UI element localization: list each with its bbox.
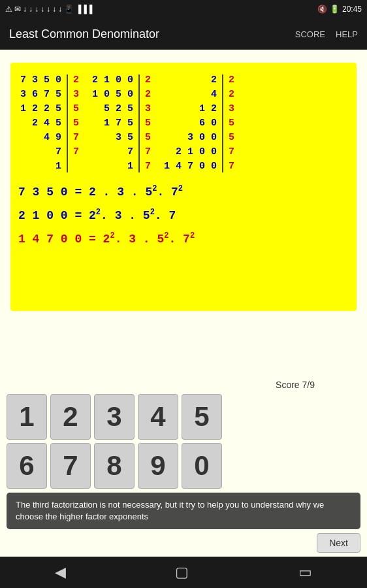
num-tile-7[interactable]: 7 bbox=[50, 443, 91, 489]
num-tile-4[interactable]: 4 bbox=[138, 394, 178, 440]
col-2100: 2 1 0 0 1 0 5 0 5 2 5 1 7 5 3 5 7 1 bbox=[90, 73, 135, 174]
div-row: 2 bbox=[168, 73, 219, 88]
col-factors-2: 2 2 3 5 5 7 7 bbox=[143, 73, 153, 174]
div-row: 3 bbox=[227, 102, 236, 116]
div-row: 3 0 0 bbox=[174, 131, 219, 145]
time-display: 20:45 bbox=[342, 5, 362, 14]
tooltip-bar: The third factorization is not necessary… bbox=[7, 493, 360, 529]
mute-icon: 🔇 bbox=[317, 5, 327, 14]
div-row: 3 bbox=[71, 88, 81, 102]
phone-icon: 📱 bbox=[64, 5, 74, 14]
home-icon[interactable]: ▢ bbox=[175, 564, 189, 581]
div-row: 4 bbox=[168, 88, 219, 102]
fact-label-3: 1 4 7 0 0 = 22. 3 . 52. 72 bbox=[18, 227, 195, 251]
number-grid: 1 2 3 4 5 6 7 8 9 0 bbox=[7, 394, 360, 489]
div-row: 7 bbox=[227, 159, 236, 174]
warning-icon: ⚠ bbox=[5, 5, 12, 14]
div-row: 1 4 7 0 0 bbox=[162, 159, 219, 174]
spacer bbox=[81, 73, 90, 174]
div-row: 1 bbox=[90, 159, 135, 174]
col-factors-1: 2 3 5 5 7 7 bbox=[71, 73, 81, 174]
mail-icon: ✉ bbox=[14, 5, 21, 14]
div-row: 7 bbox=[90, 145, 135, 159]
download-icon7: ↓ bbox=[58, 5, 62, 14]
col-factors-3: 2 2 3 5 5 7 7 bbox=[227, 73, 236, 174]
fact-line-1: 7 3 5 0 = 2 . 3 . 52. 72 bbox=[18, 180, 349, 204]
div-row: 7 3 5 0 bbox=[18, 73, 63, 88]
div-row: 2 bbox=[227, 88, 236, 102]
div-row: 2 1 0 0 bbox=[174, 145, 219, 159]
div-row: 5 bbox=[71, 116, 81, 131]
div-row: 2 4 5 bbox=[18, 116, 63, 131]
num-tile-8[interactable]: 8 bbox=[94, 443, 135, 489]
app-title: Least Common Denominator bbox=[9, 27, 159, 41]
div-row: 7 bbox=[227, 145, 236, 159]
div-row: 1 0 5 0 bbox=[90, 88, 135, 102]
num-tile-6[interactable]: 6 bbox=[7, 443, 47, 489]
tooltip-text: The third factorization is not necessary… bbox=[16, 500, 324, 521]
separator-2 bbox=[138, 74, 140, 172]
num-tile-2[interactable]: 2 bbox=[50, 394, 91, 440]
bottom-area: Score 7/9 1 2 3 4 5 6 7 8 9 0 The third … bbox=[0, 374, 367, 557]
div-row: 4 9 bbox=[18, 131, 63, 145]
title-bar: Least Common Denominator SCORE HELP bbox=[0, 18, 367, 50]
fact-label-1: 7 3 5 0 = 2 . 3 . 52. 72 bbox=[18, 180, 183, 204]
num-tile-5[interactable]: 5 bbox=[182, 394, 222, 440]
num-tile-3[interactable]: 3 bbox=[94, 394, 135, 440]
div-row: 1 bbox=[18, 159, 63, 174]
download-icon: ↓ bbox=[23, 5, 27, 14]
fact-label-2: 2 1 0 0 = 22. 3 . 52. 7 bbox=[18, 204, 176, 227]
div-row bbox=[71, 159, 81, 174]
factorization-section: 7 3 5 0 = 2 . 3 . 52. 72 2 1 0 0 = 22. 3… bbox=[18, 180, 349, 251]
div-row: 7 bbox=[143, 159, 153, 174]
div-row: 5 2 5 bbox=[90, 102, 135, 116]
battery-icon: 🔋 bbox=[330, 5, 340, 14]
num-tile-0[interactable]: 0 bbox=[182, 443, 222, 489]
div-row: 1 2 bbox=[174, 102, 219, 116]
back-icon[interactable]: ◀ bbox=[55, 564, 66, 581]
div-row: 5 bbox=[143, 116, 153, 131]
download-icon6: ↓ bbox=[52, 5, 56, 14]
div-row: 2 bbox=[227, 73, 236, 88]
num-tile-9[interactable]: 9 bbox=[138, 443, 178, 489]
status-bar: ⚠ ✉ ↓ ↓ ↓ ↓ ↓ ↓ ↓ 📱 ▐▐▐ 🔇 🔋 20:45 bbox=[0, 0, 367, 18]
div-row: 5 bbox=[227, 116, 236, 131]
next-button[interactable]: Next bbox=[317, 533, 360, 553]
div-row: 7 bbox=[71, 145, 81, 159]
div-row: 2 bbox=[143, 73, 153, 88]
fact-line-2: 2 1 0 0 = 22. 3 . 52. 7 bbox=[18, 204, 349, 227]
div-row: 7 bbox=[71, 131, 81, 145]
math-card: 7 3 5 0 3 6 7 5 1 2 2 5 2 4 5 4 9 7 1 2 … bbox=[10, 63, 357, 311]
col-7350: 7 3 5 0 3 6 7 5 1 2 2 5 2 4 5 4 9 7 1 bbox=[18, 73, 63, 174]
div-row: 7 bbox=[143, 145, 153, 159]
div-row: 6 0 bbox=[174, 116, 219, 131]
div-row: 3 6 7 5 bbox=[18, 88, 63, 102]
div-row: 5 bbox=[143, 131, 153, 145]
num-tile-1[interactable]: 1 bbox=[7, 394, 47, 440]
spacer2 bbox=[153, 73, 162, 174]
div-row: 1 7 5 bbox=[90, 116, 135, 131]
div-row: 5 bbox=[227, 131, 236, 145]
div-row: 2 bbox=[143, 88, 153, 102]
div-row: 5 bbox=[71, 102, 81, 116]
download-icon4: ↓ bbox=[40, 5, 44, 14]
div-row: 2 bbox=[71, 73, 81, 88]
score-button[interactable]: SCORE bbox=[295, 29, 325, 39]
division-table: 7 3 5 0 3 6 7 5 1 2 2 5 2 4 5 4 9 7 1 2 … bbox=[18, 73, 349, 174]
status-icons: ⚠ ✉ ↓ ↓ ↓ ↓ ↓ ↓ ↓ 📱 ▐▐▐ bbox=[5, 5, 93, 14]
help-button[interactable]: HELP bbox=[336, 29, 358, 39]
nav-bar: ◀ ▢ ▭ bbox=[0, 557, 367, 588]
signal-icon: ▐▐▐ bbox=[76, 5, 93, 14]
div-row: 1 2 2 5 bbox=[18, 102, 63, 116]
div-row: 3 bbox=[143, 102, 153, 116]
download-icon5: ↓ bbox=[46, 5, 50, 14]
next-row: Next bbox=[7, 533, 360, 557]
status-right: 🔇 🔋 20:45 bbox=[317, 5, 362, 14]
score-display: Score 7/9 bbox=[7, 380, 360, 390]
recent-icon[interactable]: ▭ bbox=[298, 564, 312, 581]
title-actions: SCORE HELP bbox=[295, 29, 358, 39]
download-icon2: ↓ bbox=[29, 5, 33, 14]
separator-1 bbox=[67, 74, 68, 172]
main-content: 7 3 5 0 3 6 7 5 1 2 2 5 2 4 5 4 9 7 1 2 … bbox=[0, 50, 367, 374]
div-row: 2 1 0 0 bbox=[90, 73, 135, 88]
